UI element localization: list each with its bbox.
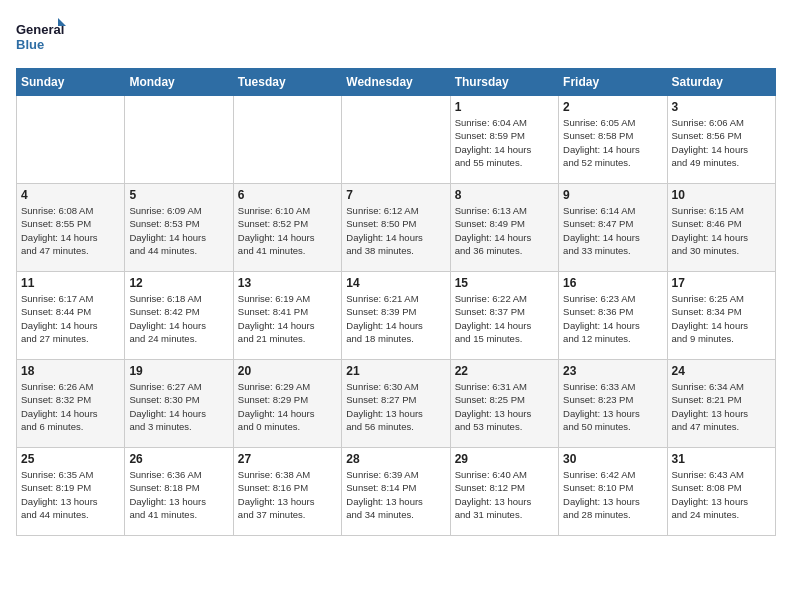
cell-info: Sunrise: 6:09 AMSunset: 8:53 PMDaylight:…: [129, 204, 228, 257]
day-number: 8: [455, 188, 554, 202]
calendar-cell: 10Sunrise: 6:15 AMSunset: 8:46 PMDayligh…: [667, 184, 775, 272]
calendar-cell: 21Sunrise: 6:30 AMSunset: 8:27 PMDayligh…: [342, 360, 450, 448]
calendar-cell: 20Sunrise: 6:29 AMSunset: 8:29 PMDayligh…: [233, 360, 341, 448]
cell-info: Sunrise: 6:10 AMSunset: 8:52 PMDaylight:…: [238, 204, 337, 257]
day-number: 3: [672, 100, 771, 114]
col-header-tuesday: Tuesday: [233, 69, 341, 96]
calendar-cell: 16Sunrise: 6:23 AMSunset: 8:36 PMDayligh…: [559, 272, 667, 360]
calendar-cell: 7Sunrise: 6:12 AMSunset: 8:50 PMDaylight…: [342, 184, 450, 272]
day-number: 28: [346, 452, 445, 466]
cell-info: Sunrise: 6:21 AMSunset: 8:39 PMDaylight:…: [346, 292, 445, 345]
page-header: General Blue: [16, 16, 776, 60]
calendar-cell: 27Sunrise: 6:38 AMSunset: 8:16 PMDayligh…: [233, 448, 341, 536]
cell-info: Sunrise: 6:17 AMSunset: 8:44 PMDaylight:…: [21, 292, 120, 345]
logo: General Blue: [16, 16, 66, 60]
col-header-monday: Monday: [125, 69, 233, 96]
cell-info: Sunrise: 6:27 AMSunset: 8:30 PMDaylight:…: [129, 380, 228, 433]
day-number: 12: [129, 276, 228, 290]
day-number: 24: [672, 364, 771, 378]
cell-info: Sunrise: 6:13 AMSunset: 8:49 PMDaylight:…: [455, 204, 554, 257]
day-number: 7: [346, 188, 445, 202]
day-number: 4: [21, 188, 120, 202]
cell-info: Sunrise: 6:34 AMSunset: 8:21 PMDaylight:…: [672, 380, 771, 433]
cell-info: Sunrise: 6:14 AMSunset: 8:47 PMDaylight:…: [563, 204, 662, 257]
cell-info: Sunrise: 6:12 AMSunset: 8:50 PMDaylight:…: [346, 204, 445, 257]
col-header-sunday: Sunday: [17, 69, 125, 96]
day-number: 23: [563, 364, 662, 378]
cell-info: Sunrise: 6:36 AMSunset: 8:18 PMDaylight:…: [129, 468, 228, 521]
cell-info: Sunrise: 6:40 AMSunset: 8:12 PMDaylight:…: [455, 468, 554, 521]
calendar-cell: 9Sunrise: 6:14 AMSunset: 8:47 PMDaylight…: [559, 184, 667, 272]
day-number: 26: [129, 452, 228, 466]
cell-info: Sunrise: 6:18 AMSunset: 8:42 PMDaylight:…: [129, 292, 228, 345]
day-number: 16: [563, 276, 662, 290]
day-number: 22: [455, 364, 554, 378]
day-number: 31: [672, 452, 771, 466]
calendar-cell: 5Sunrise: 6:09 AMSunset: 8:53 PMDaylight…: [125, 184, 233, 272]
col-header-friday: Friday: [559, 69, 667, 96]
calendar-week-1: 4Sunrise: 6:08 AMSunset: 8:55 PMDaylight…: [17, 184, 776, 272]
day-number: 5: [129, 188, 228, 202]
cell-info: Sunrise: 6:25 AMSunset: 8:34 PMDaylight:…: [672, 292, 771, 345]
day-number: 25: [21, 452, 120, 466]
calendar-cell: 26Sunrise: 6:36 AMSunset: 8:18 PMDayligh…: [125, 448, 233, 536]
cell-info: Sunrise: 6:42 AMSunset: 8:10 PMDaylight:…: [563, 468, 662, 521]
col-header-thursday: Thursday: [450, 69, 558, 96]
svg-text:General: General: [16, 22, 64, 37]
day-number: 19: [129, 364, 228, 378]
calendar-week-4: 25Sunrise: 6:35 AMSunset: 8:19 PMDayligh…: [17, 448, 776, 536]
calendar-cell: [342, 96, 450, 184]
cell-info: Sunrise: 6:22 AMSunset: 8:37 PMDaylight:…: [455, 292, 554, 345]
cell-info: Sunrise: 6:31 AMSunset: 8:25 PMDaylight:…: [455, 380, 554, 433]
calendar-cell: 29Sunrise: 6:40 AMSunset: 8:12 PMDayligh…: [450, 448, 558, 536]
cell-info: Sunrise: 6:43 AMSunset: 8:08 PMDaylight:…: [672, 468, 771, 521]
calendar-cell: [17, 96, 125, 184]
day-number: 13: [238, 276, 337, 290]
calendar-cell: 22Sunrise: 6:31 AMSunset: 8:25 PMDayligh…: [450, 360, 558, 448]
day-number: 30: [563, 452, 662, 466]
logo-icon: General Blue: [16, 16, 66, 60]
day-number: 10: [672, 188, 771, 202]
calendar-cell: 13Sunrise: 6:19 AMSunset: 8:41 PMDayligh…: [233, 272, 341, 360]
cell-info: Sunrise: 6:08 AMSunset: 8:55 PMDaylight:…: [21, 204, 120, 257]
cell-info: Sunrise: 6:29 AMSunset: 8:29 PMDaylight:…: [238, 380, 337, 433]
col-header-wednesday: Wednesday: [342, 69, 450, 96]
cell-info: Sunrise: 6:23 AMSunset: 8:36 PMDaylight:…: [563, 292, 662, 345]
cell-info: Sunrise: 6:04 AMSunset: 8:59 PMDaylight:…: [455, 116, 554, 169]
calendar-cell: 3Sunrise: 6:06 AMSunset: 8:56 PMDaylight…: [667, 96, 775, 184]
day-number: 21: [346, 364, 445, 378]
calendar-cell: 4Sunrise: 6:08 AMSunset: 8:55 PMDaylight…: [17, 184, 125, 272]
calendar-cell: 24Sunrise: 6:34 AMSunset: 8:21 PMDayligh…: [667, 360, 775, 448]
calendar-cell: 14Sunrise: 6:21 AMSunset: 8:39 PMDayligh…: [342, 272, 450, 360]
day-number: 18: [21, 364, 120, 378]
calendar-table: SundayMondayTuesdayWednesdayThursdayFrid…: [16, 68, 776, 536]
day-number: 11: [21, 276, 120, 290]
calendar-cell: [233, 96, 341, 184]
calendar-cell: 28Sunrise: 6:39 AMSunset: 8:14 PMDayligh…: [342, 448, 450, 536]
cell-info: Sunrise: 6:38 AMSunset: 8:16 PMDaylight:…: [238, 468, 337, 521]
day-number: 20: [238, 364, 337, 378]
calendar-cell: 17Sunrise: 6:25 AMSunset: 8:34 PMDayligh…: [667, 272, 775, 360]
calendar-cell: 8Sunrise: 6:13 AMSunset: 8:49 PMDaylight…: [450, 184, 558, 272]
calendar-cell: 6Sunrise: 6:10 AMSunset: 8:52 PMDaylight…: [233, 184, 341, 272]
svg-marker-2: [58, 18, 66, 26]
calendar-cell: [125, 96, 233, 184]
calendar-cell: 23Sunrise: 6:33 AMSunset: 8:23 PMDayligh…: [559, 360, 667, 448]
col-header-saturday: Saturday: [667, 69, 775, 96]
calendar-header: SundayMondayTuesdayWednesdayThursdayFrid…: [17, 69, 776, 96]
calendar-week-0: 1Sunrise: 6:04 AMSunset: 8:59 PMDaylight…: [17, 96, 776, 184]
cell-info: Sunrise: 6:35 AMSunset: 8:19 PMDaylight:…: [21, 468, 120, 521]
calendar-cell: 12Sunrise: 6:18 AMSunset: 8:42 PMDayligh…: [125, 272, 233, 360]
cell-info: Sunrise: 6:30 AMSunset: 8:27 PMDaylight:…: [346, 380, 445, 433]
calendar-cell: 19Sunrise: 6:27 AMSunset: 8:30 PMDayligh…: [125, 360, 233, 448]
calendar-cell: 30Sunrise: 6:42 AMSunset: 8:10 PMDayligh…: [559, 448, 667, 536]
day-number: 2: [563, 100, 662, 114]
cell-info: Sunrise: 6:39 AMSunset: 8:14 PMDaylight:…: [346, 468, 445, 521]
day-number: 17: [672, 276, 771, 290]
calendar-cell: 18Sunrise: 6:26 AMSunset: 8:32 PMDayligh…: [17, 360, 125, 448]
day-number: 14: [346, 276, 445, 290]
cell-info: Sunrise: 6:05 AMSunset: 8:58 PMDaylight:…: [563, 116, 662, 169]
cell-info: Sunrise: 6:06 AMSunset: 8:56 PMDaylight:…: [672, 116, 771, 169]
day-number: 29: [455, 452, 554, 466]
day-number: 9: [563, 188, 662, 202]
